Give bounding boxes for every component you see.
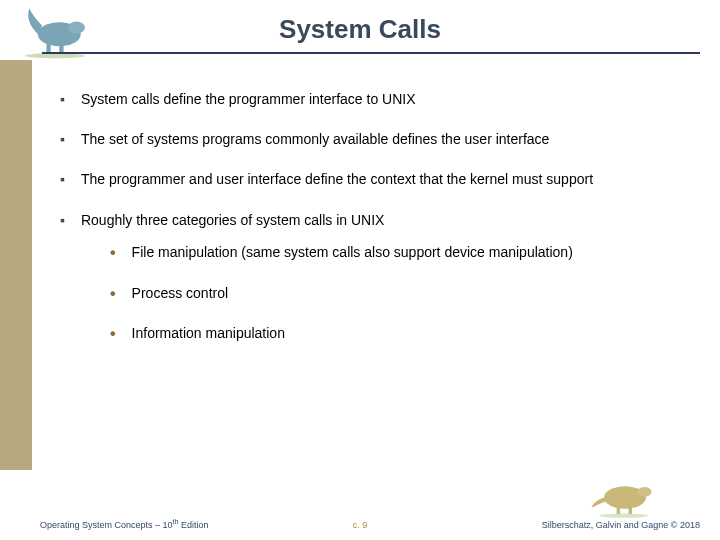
bullet-item: ▪ Roughly three categories of system cal… — [60, 211, 690, 229]
sub-text: Information manipulation — [132, 324, 285, 345]
sidebar-stripe — [0, 60, 32, 470]
sub-item: • Process control — [110, 284, 690, 305]
svg-rect-8 — [629, 505, 633, 515]
bullet-text: The programmer and user interface define… — [81, 170, 593, 188]
square-bullet-icon: ▪ — [60, 170, 65, 188]
bullet-item: ▪ System calls define the programmer int… — [60, 90, 690, 108]
svg-rect-7 — [617, 505, 621, 515]
square-bullet-icon: ▪ — [60, 130, 65, 148]
sub-text: Process control — [132, 284, 228, 305]
sub-item: • File manipulation (same system calls a… — [110, 243, 690, 264]
sub-list: • File manipulation (same system calls a… — [110, 243, 690, 345]
bullet-item: ▪ The set of systems programs commonly a… — [60, 130, 690, 148]
sub-text: File manipulation (same system calls als… — [132, 243, 573, 264]
bullet-text: Roughly three categories of system calls… — [81, 211, 384, 229]
dot-bullet-icon: • — [110, 284, 116, 305]
svg-point-9 — [599, 514, 648, 518]
bullet-text: The set of systems programs commonly ava… — [81, 130, 549, 148]
bullet-item: ▪ The programmer and user interface defi… — [60, 170, 690, 188]
dinosaur-bottom-icon — [590, 475, 660, 520]
footer-right: Silberschatz, Galvin and Gagne © 2018 — [542, 520, 700, 530]
dot-bullet-icon: • — [110, 324, 116, 345]
slide-title: System Calls — [0, 14, 720, 45]
square-bullet-icon: ▪ — [60, 211, 65, 229]
sub-item: • Information manipulation — [110, 324, 690, 345]
bullet-text: System calls define the programmer inter… — [81, 90, 416, 108]
title-underline — [42, 52, 700, 54]
svg-point-6 — [638, 487, 652, 497]
content-area: ▪ System calls define the programmer int… — [60, 90, 690, 365]
square-bullet-icon: ▪ — [60, 90, 65, 108]
dot-bullet-icon: • — [110, 243, 116, 264]
